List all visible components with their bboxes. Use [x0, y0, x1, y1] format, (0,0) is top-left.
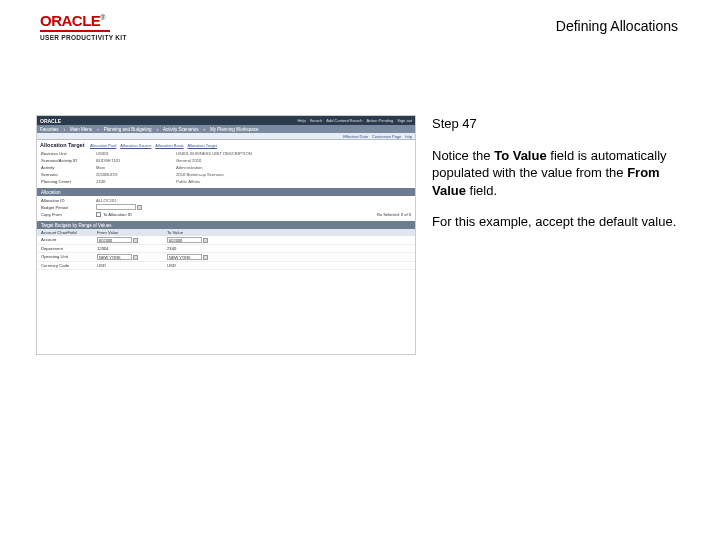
ss-col-header: From Value: [97, 230, 167, 235]
step-number: Step 47: [432, 115, 684, 133]
ss-cell: NEW YORK: [97, 254, 167, 260]
ss-nav-item: Favorites: [40, 127, 59, 132]
ss-section-title: Allocation Target Allocation Pool Alloca…: [37, 140, 415, 149]
ss-value: US001: [96, 151, 176, 156]
lookup-icon[interactable]: [203, 238, 208, 243]
ss-value: 2010 Bottom-up Scenario: [176, 172, 224, 177]
ss-cell: NEW YORK: [167, 254, 237, 260]
ss-top-link: Action Pending: [366, 118, 393, 123]
ss-cell: USD: [167, 263, 237, 268]
ss-subnav-item: Customize Page: [372, 134, 401, 139]
ss-cell: Department: [37, 246, 97, 251]
lookup-icon[interactable]: [133, 238, 138, 243]
ss-section-title-text: Allocation Target: [40, 142, 85, 148]
ss-label: To Allocation ID: [103, 212, 158, 217]
lookup-icon[interactable]: [203, 255, 208, 260]
ss-topbar: ORACLE Help Search Add Content/Search Ac…: [37, 116, 415, 125]
ss-topbar-links: Help Search Add Content/Search Action Pe…: [297, 118, 412, 123]
ss-subnav-item: Effective Date: [343, 134, 368, 139]
instruction-paragraph-2: For this example, accept the default val…: [432, 213, 684, 231]
ss-value: Administration: [176, 165, 203, 170]
table-row: Account 602000 602000: [37, 236, 415, 245]
embedded-screenshot: ORACLE Help Search Add Content/Search Ac…: [36, 115, 416, 355]
ss-checkbox[interactable]: [96, 212, 101, 217]
ss-link: Allocation Pool: [90, 143, 116, 148]
logo-underline: [40, 30, 110, 32]
ss-label: Allocation ID: [41, 198, 96, 203]
page-title: Defining Allocations: [556, 12, 680, 34]
page-header: ORACLE® USER PRODUCTIVITY KIT Defining A…: [0, 0, 720, 45]
product-name: USER PRODUCTIVITY KIT: [40, 34, 127, 41]
ss-nav-item: Planning and Budgeting: [104, 127, 152, 132]
ss-link: Allocation Basis: [155, 143, 183, 148]
lookup-icon[interactable]: [137, 205, 142, 210]
ss-value: Public Affairs: [176, 179, 200, 184]
ss-cell: Currency Code: [37, 263, 97, 268]
ss-cell: USD: [97, 263, 167, 268]
ss-nav-item: Activity Scenarios: [163, 127, 199, 132]
ss-label: Scenario/Activity ID: [41, 158, 96, 163]
ss-cell: 12004: [97, 246, 167, 251]
instruction-panel: Step 47 Notice the To Value field is aut…: [432, 115, 684, 355]
ss-label: Activity: [41, 165, 96, 170]
ss-subnav-item: http: [405, 134, 412, 139]
ss-pager: Go Selected: 0 of 0: [377, 212, 411, 217]
ss-col-header: To Value: [167, 230, 237, 235]
ss-value: US001 BUSINESS UNIT DESCRIPTION: [176, 151, 252, 156]
ss-nav-item: My Planning Workspace: [210, 127, 258, 132]
ss-topbar-logo: ORACLE: [40, 118, 61, 124]
content-area: ORACLE Help Search Add Content/Search Ac…: [0, 45, 720, 355]
ss-link: Allocation Source: [120, 143, 151, 148]
ss-value: 2340: [96, 179, 176, 184]
ss-top-link: Search: [310, 118, 323, 123]
ss-info-form: Business UnitUS001US001 BUSINESS UNIT DE…: [37, 149, 415, 186]
ss-cell: Account: [37, 237, 97, 243]
ss-label: Scenario: [41, 172, 96, 177]
ss-section-links: Allocation Pool Allocation Source Alloca…: [90, 143, 220, 148]
from-value-input[interactable]: NEW YORK: [97, 254, 132, 260]
ss-band-target: Target Budgets by Range of Values: [37, 221, 415, 229]
from-value-input[interactable]: 602000: [97, 237, 132, 243]
to-value-input[interactable]: NEW YORK: [167, 254, 202, 260]
lookup-icon[interactable]: [133, 255, 138, 260]
ss-value: General 2010: [176, 158, 201, 163]
ss-table-header: Account ChartField From Value To Value: [37, 229, 415, 236]
table-row: Department 12004 2340: [37, 245, 415, 253]
oracle-logo: ORACLE®: [40, 12, 127, 29]
ss-budget-period-input[interactable]: [96, 204, 136, 210]
ss-subnav: Effective Date Customize Page http: [37, 133, 415, 140]
ss-top-link: Add Content/Search: [326, 118, 362, 123]
ss-breadcrumb: Favorites › Main Menu › Planning and Bud…: [37, 125, 415, 133]
ss-label: Copy From: [41, 212, 96, 217]
brand-block: ORACLE® USER PRODUCTIVITY KIT: [40, 12, 127, 41]
ss-cell: 602000: [97, 237, 167, 243]
ss-col-header: Account ChartField: [37, 230, 97, 235]
ss-cell: 602000: [167, 237, 237, 243]
instruction-paragraph-1: Notice the To Value field is automatical…: [432, 147, 684, 200]
table-row: Currency Code USD USD: [37, 262, 415, 270]
to-value-bold: To Value: [494, 148, 547, 163]
ss-top-link: Sign out: [397, 118, 412, 123]
ss-value: Main: [96, 165, 176, 170]
ss-link: Allocation Target: [187, 143, 217, 148]
ss-cell: Operating Unit: [37, 254, 97, 260]
ss-value: BUDGET101: [96, 158, 176, 163]
ss-alloc-form: Allocation IDALLOC101 Budget Period Copy…: [37, 196, 415, 219]
ss-label: Planning Center: [41, 179, 96, 184]
ss-label: Budget Period: [41, 205, 96, 210]
ss-top-link: Help: [297, 118, 305, 123]
ss-label: Business Unit: [41, 151, 96, 156]
table-row: Operating Unit NEW YORK NEW YORK: [37, 253, 415, 262]
ss-cell: 2340: [167, 246, 237, 251]
ss-value: ALLOC101: [96, 198, 176, 203]
ss-value: 2010BUDG: [96, 172, 176, 177]
ss-nav-item: Main Menu: [70, 127, 92, 132]
to-value-input[interactable]: 602000: [167, 237, 202, 243]
ss-band-allocation: Allocation: [37, 188, 415, 196]
